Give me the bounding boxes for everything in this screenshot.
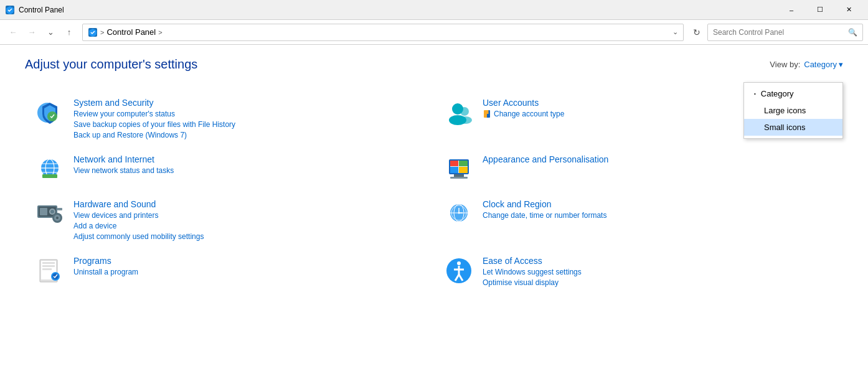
category-hardware-sound: Hardware and Sound View devices and prin… [25, 192, 434, 248]
ease-of-access-link-2[interactable]: Optimise visual display [483, 278, 582, 287]
svg-rect-10 [486, 110, 489, 114]
minimize-button[interactable]: – [777, 0, 806, 20]
network-internet-icon [35, 154, 65, 184]
system-security-link-3[interactable]: Back up and Restore (Windows 7) [73, 131, 235, 139]
page-title: Adjust your computer's settings [25, 57, 197, 72]
category-system-security: System and Security Review your computer… [25, 90, 434, 147]
search-input[interactable] [713, 28, 848, 37]
svg-rect-20 [459, 161, 468, 166]
system-security-title[interactable]: System and Security [73, 98, 235, 108]
categories-grid: System and Security Review your computer… [25, 90, 843, 294]
hardware-sound-link-2[interactable]: Add a device [73, 222, 204, 230]
category-ease-of-access: Ease of Access Let Windows suggest setti… [434, 248, 843, 294]
appearance-icon [444, 154, 474, 184]
hardware-sound-link-3[interactable]: Adjust commonly used mobility settings [73, 232, 204, 241]
dropdown-small-icons-label: Small icons [764, 123, 805, 132]
main-content: Adjust your computer's settings View by:… [0, 45, 868, 366]
user-accounts-icon [444, 98, 474, 128]
window-controls: – ☐ ✕ [777, 0, 863, 20]
svg-rect-44 [42, 265, 55, 267]
ease-of-access-link-1[interactable]: Let Windows suggest settings [483, 268, 582, 276]
refresh-button[interactable]: ↻ [689, 24, 705, 40]
path-control-panel[interactable]: Control Panel [106, 27, 156, 37]
svg-point-6 [460, 107, 469, 116]
dropdown-category-label: Category [761, 89, 794, 98]
appearance-title[interactable]: Appearance and Personalisation [483, 154, 608, 164]
system-security-link-2[interactable]: Save backup copies of your files with Fi… [73, 120, 235, 129]
hardware-sound-title[interactable]: Hardware and Sound [73, 199, 204, 209]
system-security-info: System and Security Review your computer… [73, 98, 235, 139]
search-icon[interactable]: 🔍 [848, 28, 857, 37]
system-security-icon [35, 98, 65, 128]
user-accounts-info: User Accounts Change account type [483, 98, 564, 118]
view-by-arrow: ▾ [839, 60, 843, 69]
clock-region-title[interactable]: Clock and Region [483, 199, 606, 209]
address-dropdown-chevron[interactable]: ⌄ [672, 28, 678, 36]
view-dropdown-menu: • Category Large icons Small icons [743, 82, 843, 139]
page-header: Adjust your computer's settings View by:… [25, 57, 843, 72]
address-bar: ← → ⌄ ↑ > Control Panel > ⌄ ↻ 🔍 [0, 20, 868, 45]
svg-rect-24 [450, 177, 468, 179]
system-security-link-1[interactable]: Review your computer's status [73, 110, 235, 118]
category-appearance: Appearance and Personalisation [434, 147, 843, 192]
dropdown-item-category[interactable]: • Category [744, 85, 842, 102]
hardware-sound-info: Hardware and Sound View devices and prin… [73, 199, 204, 241]
user-accounts-link-1[interactable]: Change account type [494, 110, 564, 118]
ease-of-access-title[interactable]: Ease of Access [483, 256, 582, 266]
clock-region-icon [444, 199, 474, 229]
search-box[interactable]: 🔍 [707, 24, 863, 41]
category-clock-region: Clock and Region Change date, time or nu… [434, 192, 843, 248]
maximize-button[interactable]: ☐ [806, 0, 834, 20]
forward-button[interactable]: → [24, 24, 40, 40]
category-network-internet: Network and Internet View network status… [25, 147, 434, 192]
address-path[interactable]: > Control Panel > ⌄ [82, 24, 684, 41]
svg-point-29 [50, 210, 54, 214]
path-icon [88, 27, 98, 37]
svg-rect-27 [40, 208, 47, 215]
shield-color-icon [483, 110, 491, 118]
up-button[interactable]: ↑ [61, 24, 77, 40]
dropdown-item-small-icons[interactable]: Small icons [744, 119, 842, 136]
svg-rect-45 [42, 268, 52, 270]
category-programs: Programs Uninstall a program [25, 248, 434, 294]
svg-rect-16 [42, 174, 57, 178]
ease-of-access-info: Ease of Access Let Windows suggest setti… [483, 256, 582, 287]
hardware-sound-icon [35, 199, 65, 229]
path-sep1: > [100, 29, 104, 36]
svg-point-49 [457, 261, 461, 265]
clock-region-link-1[interactable]: Change date, time or number formats [483, 211, 606, 220]
svg-rect-43 [42, 262, 55, 264]
title-bar: Control Panel – ☐ ✕ [0, 0, 868, 20]
view-by-label: View by: [770, 60, 800, 69]
ease-of-access-icon [444, 256, 474, 286]
view-by-dropdown[interactable]: Category ▾ [804, 60, 843, 69]
dropdown-large-icons-label: Large icons [764, 106, 806, 115]
svg-rect-19 [450, 161, 458, 166]
network-internet-link-1[interactable]: View network status and tasks [73, 166, 174, 175]
view-by-value: Category [804, 60, 837, 69]
user-accounts-title[interactable]: User Accounts [483, 98, 564, 108]
dropdown-item-large-icons[interactable]: Large icons [744, 102, 842, 119]
svg-rect-21 [450, 167, 458, 173]
svg-rect-22 [459, 167, 468, 173]
programs-icon [35, 256, 65, 286]
window-title: Control Panel [19, 6, 777, 14]
programs-link-1[interactable]: Uninstall a program [73, 268, 138, 276]
network-internet-info: Network and Internet View network status… [73, 154, 174, 175]
network-internet-title[interactable]: Network and Internet [73, 154, 174, 164]
svg-rect-30 [57, 208, 62, 210]
hardware-sound-link-1[interactable]: View devices and printers [73, 211, 204, 220]
svg-point-7 [460, 116, 472, 124]
back-button[interactable]: ← [5, 24, 21, 40]
path-sep2: > [158, 29, 162, 36]
recent-locations-button[interactable]: ⌄ [42, 24, 59, 40]
clock-region-info: Clock and Region Change date, time or nu… [483, 199, 606, 220]
appearance-info: Appearance and Personalisation [483, 154, 608, 164]
svg-point-33 [56, 217, 59, 219]
close-button[interactable]: ✕ [834, 0, 863, 20]
svg-point-40 [458, 212, 460, 214]
programs-title[interactable]: Programs [73, 256, 138, 266]
app-icon [5, 5, 15, 15]
view-by-control: View by: Category ▾ [770, 60, 843, 69]
bullet-icon: • [754, 91, 756, 96]
